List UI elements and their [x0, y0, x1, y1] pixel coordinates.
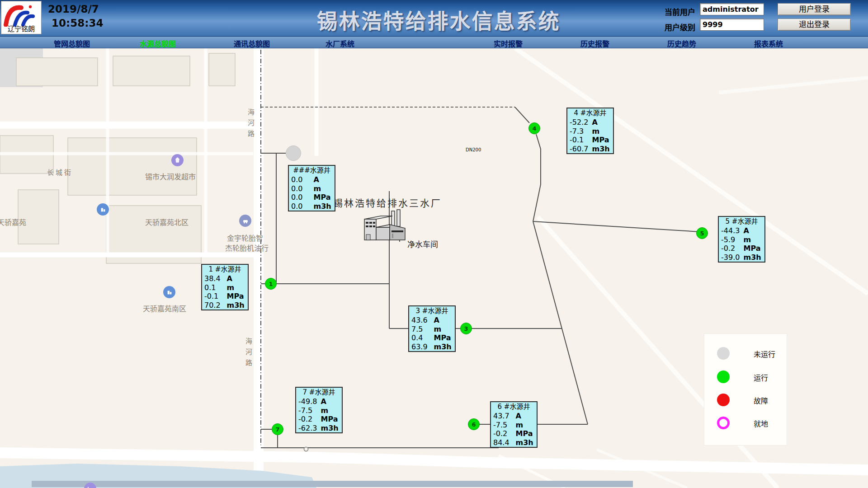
poi-label-tianjiao-south: 天骄嘉苑南区 [143, 303, 186, 314]
nav-report-system[interactable]: 报表系统 [754, 38, 783, 49]
well-value: 43.7 [491, 412, 516, 421]
poi-label-tire-shop-line1: 金宇轮胎智 [227, 232, 263, 243]
well-marker-1[interactable]: 1 [265, 278, 277, 290]
well-marker-number: 5 [700, 230, 704, 237]
well-value: -0.2 [491, 429, 516, 438]
logo-swoosh-icon [1, 1, 41, 27]
legend-row-fault: 故障 [704, 394, 787, 406]
poi-label-supermarket: 锡市大润发超市 [145, 171, 196, 182]
well-unit: MPa [592, 136, 613, 145]
well-value: -0.2 [719, 244, 744, 253]
local-status-ring [717, 417, 730, 429]
legend-label: 就地 [754, 418, 768, 429]
well-value: 63.9 [409, 343, 434, 352]
page-title: 锡林浩特给排水信息系统 [280, 5, 597, 34]
well-panel-title: 4 #水源井 [567, 109, 613, 118]
well-marker-3[interactable]: 3 [460, 323, 472, 334]
well-value: 0.1 [202, 283, 227, 292]
poi-label-hotel: 垠东旅店 [40, 486, 71, 488]
well-panel-4[interactable]: 4 #水源井 -52.2A -7.3m -0.1MPa -60.7m3h [566, 108, 614, 154]
well-unit: A [744, 226, 764, 235]
well-value: 0.0 [289, 184, 314, 193]
well-unit: MPa [744, 244, 764, 253]
well-unit: A [434, 316, 455, 325]
well-unit: m [434, 325, 455, 334]
login-button[interactable]: 用户登录 [778, 3, 851, 15]
well-value: -52.2 [567, 118, 592, 127]
nav-water-plant-system[interactable]: 水厂系统 [326, 38, 354, 49]
poi-label-tire-shop-line2: 杰轮胎机油行 [225, 242, 269, 253]
well-marker-5[interactable]: 5 [696, 227, 708, 239]
well-panel-title: 6 #水源井 [491, 403, 537, 412]
legend-label: 未运行 [754, 348, 775, 359]
well-unit: A [227, 274, 248, 283]
well-marker-number: 4 [532, 125, 536, 132]
well-unit: A [516, 412, 537, 421]
well-value: -0.1 [567, 136, 592, 145]
well-marker-4[interactable]: 4 [528, 122, 540, 134]
well-panel-title: 5 #水源井 [719, 217, 764, 226]
well-unit: m [314, 184, 335, 193]
well-panel-title: ###水源井 [289, 166, 335, 175]
well-panel-1[interactable]: 1 #水源井 38.4A 0.1m -0.1MPa 70.2m3h [201, 264, 249, 310]
current-date: 2019/8/7 [48, 2, 103, 16]
well-value: -7.5 [491, 421, 516, 430]
well-value: 0.0 [289, 175, 314, 184]
well-panel-6[interactable]: 6 #水源井 43.7A -7.5m -0.2MPa 84.4m3h [490, 401, 538, 448]
well-unit: A [321, 397, 342, 406]
nav-water-source-overview[interactable]: 水源总貌图 [140, 38, 176, 49]
well-value: 7.5 [409, 325, 434, 334]
nav-pipe-network-overview[interactable]: 管网总貌图 [54, 38, 90, 49]
well-unit: m3h [434, 343, 455, 352]
well-value: -5.9 [719, 235, 744, 244]
well-unit: m [592, 127, 613, 136]
well-panel-5[interactable]: 5 #水源井 -44.3A -5.9m -0.2MPa -39.0m3h [718, 216, 765, 263]
well-panel-title: 7 #水源井 [296, 388, 342, 397]
well-marker-number: 1 [269, 281, 273, 287]
well-unit: m3h [592, 145, 613, 154]
road-label-haihe-south: 海河路 [244, 338, 253, 370]
well-value: -44.3 [719, 226, 744, 235]
legend-row-local: 就地 [704, 417, 787, 429]
nav-history-alarm[interactable]: 历史报警 [580, 38, 609, 49]
residence-south-icon [163, 286, 175, 298]
well-marker-number: 6 [472, 421, 476, 428]
well-panel-title: 1 #水源井 [202, 265, 248, 274]
well-panel-unassigned[interactable]: ###水源井 0.0A 0.0m 0.0MPa 0.0m3h [288, 165, 335, 211]
legend-label: 故障 [754, 395, 768, 406]
current-time: 10:58:34 [48, 16, 103, 30]
nav-history-trend[interactable]: 历史趋势 [667, 38, 696, 49]
header-bar: 辽宁铭朗 2019/8/7 10:58:34 锡林浩特给排水信息系统 当前用户 … [0, 0, 868, 36]
well-panel-7[interactable]: 7 #水源井 -49.8A -7.5m -0.2MPa -62.3m3h [295, 387, 343, 433]
map-canvas[interactable]: 锡林浩特给排水三水厂 净水车间 DN200 长城街 海河路 海河路 那达慕大街 … [0, 48, 868, 488]
well-value: -0.2 [296, 415, 321, 424]
current-user-label: 当前用户 [665, 6, 695, 17]
user-level-field[interactable]: 9999 [700, 19, 764, 31]
well-value: -62.3 [296, 424, 321, 433]
nav-communication-overview[interactable]: 通讯总貌图 [234, 38, 270, 49]
well-unit: A [592, 118, 613, 127]
well-unit: MPa [434, 333, 455, 343]
datetime-display: 2019/8/7 10:58:34 [48, 2, 103, 30]
workshop-label: 净水车间 [407, 238, 438, 249]
nav-realtime-alarm[interactable]: 实时报警 [494, 38, 523, 49]
well-value: 70.2 [202, 301, 227, 310]
main-nav: 管网总貌图 水源总貌图 通讯总貌图 水厂系统 实时报警 历史报警 历史趋势 报表… [0, 36, 868, 48]
well-marker-7[interactable]: 7 [272, 423, 283, 435]
supermarket-icon [171, 154, 184, 166]
well-marker-6[interactable]: 6 [468, 418, 480, 430]
stopped-status-dot [717, 347, 730, 360]
poi-label-tianjiao: 天骄嘉苑 [0, 216, 26, 227]
legend-label: 运行 [754, 372, 768, 383]
well-marker-unassigned[interactable] [286, 145, 301, 161]
legend-row-stopped: 未运行 [704, 347, 787, 360]
well-panel-3[interactable]: 3 #水源井 43.6A 7.5m 0.4MPa 63.9m3h [408, 305, 456, 352]
well-unit: m3h [516, 438, 537, 447]
current-user-field[interactable]: administrator [700, 3, 764, 15]
logout-button[interactable]: 退出登录 [778, 19, 851, 31]
well-value: 0.4 [409, 333, 434, 343]
well-unit: m [227, 283, 248, 292]
well-unit: m3h [227, 301, 248, 310]
road-label-changcheng: 长城街 [47, 167, 73, 177]
well-value: 0.0 [289, 202, 314, 211]
